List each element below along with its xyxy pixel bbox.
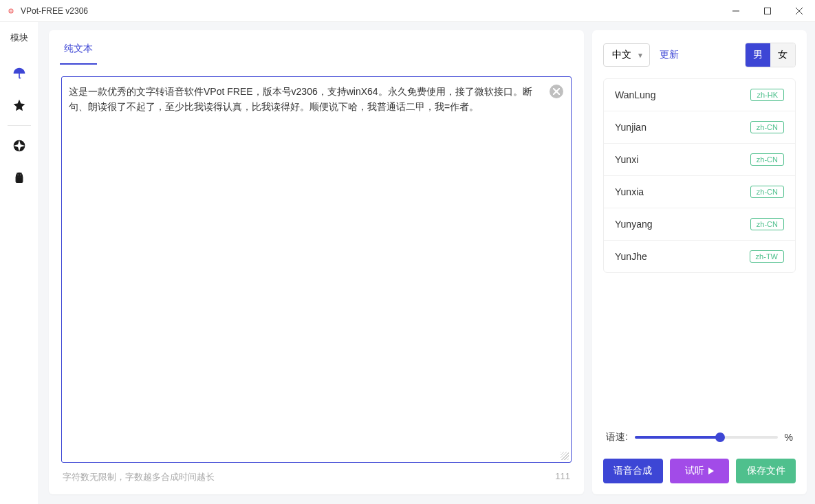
svg-rect-3 bbox=[765, 8, 771, 14]
sidebar-item-umbrella[interactable] bbox=[0, 58, 38, 89]
voice-locale-badge: zh-TW bbox=[750, 250, 784, 263]
minimize-button[interactable] bbox=[720, 0, 752, 22]
voice-item[interactable]: Yunxia zh-CN bbox=[604, 176, 795, 208]
language-select[interactable]: 中文 ▼ bbox=[603, 43, 650, 67]
voice-name: Yunjian bbox=[615, 122, 646, 133]
tab-plaintext[interactable]: 纯文本 bbox=[60, 36, 97, 65]
voice-name: Yunyang bbox=[615, 219, 653, 230]
update-link[interactable]: 更新 bbox=[660, 49, 679, 61]
play-icon bbox=[708, 468, 714, 474]
voice-name: YunJhe bbox=[615, 251, 647, 262]
language-value: 中文 bbox=[612, 49, 631, 61]
titlebar: VPot-FREE v2306 bbox=[0, 0, 815, 22]
voice-locale-badge: zh-CN bbox=[750, 186, 784, 198]
sidebar-item-android[interactable] bbox=[0, 162, 38, 193]
speed-label: 语速: bbox=[606, 431, 628, 443]
sidebar-item-aperture[interactable] bbox=[0, 130, 38, 162]
voice-item[interactable]: YunJhe zh-TW bbox=[604, 241, 795, 272]
preview-button[interactable]: 试听 bbox=[670, 459, 730, 483]
window-title: VPot-FREE v2306 bbox=[21, 6, 88, 16]
speed-slider[interactable] bbox=[635, 436, 778, 439]
tabs: 纯文本 bbox=[49, 30, 584, 65]
voice-locale-badge: zh-HK bbox=[750, 89, 784, 101]
editor-hint: 字符数无限制，字数越多合成时间越长 bbox=[63, 471, 215, 483]
voice-item[interactable]: Yunjian zh-CN bbox=[604, 111, 795, 144]
clear-button[interactable] bbox=[550, 85, 563, 98]
voice-name: Yunxia bbox=[615, 186, 644, 197]
sidebar-header: 模块 bbox=[10, 22, 28, 58]
synthesize-button[interactable]: 语音合成 bbox=[603, 459, 663, 483]
voice-locale-badge: zh-CN bbox=[750, 218, 784, 230]
gender-male-button[interactable]: 男 bbox=[746, 43, 770, 67]
voice-name: WanLung bbox=[615, 89, 655, 100]
voice-locale-badge: zh-CN bbox=[750, 121, 784, 133]
char-count: 111 bbox=[555, 471, 570, 483]
slider-fill bbox=[635, 436, 721, 439]
textarea-wrap bbox=[61, 76, 572, 463]
sidebar: 模块 bbox=[0, 22, 38, 504]
app-icon bbox=[6, 6, 17, 17]
voice-item[interactable]: Yunyang zh-CN bbox=[604, 208, 795, 241]
speed-row: 语速: % bbox=[606, 431, 793, 443]
voice-locale-badge: zh-CN bbox=[750, 153, 784, 166]
voice-item[interactable]: WanLung zh-HK bbox=[604, 79, 795, 111]
preview-label: 试听 bbox=[685, 465, 704, 477]
maximize-button[interactable] bbox=[752, 0, 783, 22]
chevron-down-icon: ▼ bbox=[637, 52, 644, 59]
voice-panel: 中文 ▼ 更新 男 女 WanLung zh-HK Yunjian zh-CN bbox=[592, 30, 807, 494]
voice-item[interactable]: Yunxi zh-CN bbox=[604, 144, 795, 176]
gender-toggle: 男 女 bbox=[745, 43, 796, 67]
editor-status: 字符数无限制，字数越多合成时间越长 111 bbox=[49, 467, 584, 494]
sidebar-item-star[interactable] bbox=[0, 89, 38, 121]
voice-name: Yunxi bbox=[615, 154, 638, 165]
sidebar-divider bbox=[8, 125, 31, 126]
window-controls bbox=[720, 0, 815, 22]
slider-thumb[interactable] bbox=[715, 432, 725, 442]
save-file-button[interactable]: 保存文件 bbox=[736, 459, 796, 483]
close-button[interactable] bbox=[783, 0, 815, 22]
resize-handle-icon[interactable] bbox=[561, 452, 569, 460]
editor-card: 纯文本 字符数无限制，字数越多合成时间越长 111 bbox=[49, 30, 584, 494]
voice-list: WanLung zh-HK Yunjian zh-CN Yunxi zh-CN … bbox=[603, 78, 796, 273]
text-input[interactable] bbox=[61, 76, 572, 463]
gender-female-button[interactable]: 女 bbox=[770, 43, 795, 67]
svg-point-8 bbox=[20, 175, 21, 175]
speed-unit: % bbox=[785, 432, 793, 443]
svg-point-1 bbox=[10, 10, 12, 12]
svg-point-7 bbox=[17, 175, 18, 175]
